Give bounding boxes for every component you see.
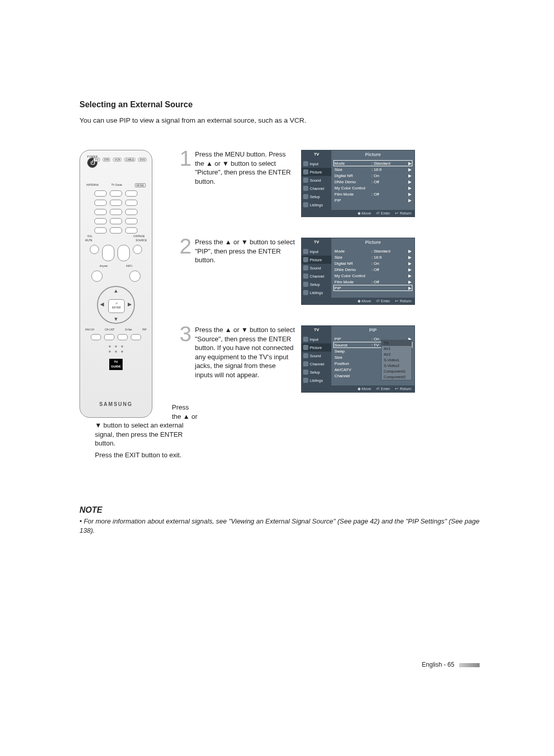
dot — [121, 345, 123, 347]
osd-sidebar: InputPictureSoundChannelSetupListings — [302, 334, 331, 385]
osd: TVPictureInputPictureSoundChannelSetupLi… — [301, 150, 415, 217]
osd-screenshot: TVPictureInputPictureSoundChannelSetupLi… — [301, 150, 415, 217]
osd-footer: ◆ Move⏎ Enter↩ Return — [302, 385, 414, 392]
dot — [109, 345, 111, 347]
osd-row: DNIe DemoOff▶ — [333, 179, 412, 185]
steps: 1Press the MENU button. Press the ▲ or ▼… — [180, 150, 480, 393]
num-7 — [94, 218, 107, 224]
exit-button — [129, 270, 141, 282]
step: 1Press the MENU button. Press the ▲ or ▼… — [180, 150, 480, 217]
chpage-label: CH/PAGE — [133, 235, 145, 238]
osd-main: ModeStandard▶Size16:9▶Digital NROn▶DNIe … — [331, 159, 414, 210]
osd-row-key: Film Mode — [334, 280, 371, 284]
dropdown-option: AV2 — [382, 352, 411, 357]
menu-icon — [303, 249, 308, 254]
osd-row-key: Film Mode — [334, 192, 371, 197]
osd-side-item: Picture — [302, 168, 331, 176]
dropdown-option: AV1 — [382, 346, 411, 352]
osd-row: ModeStandard▶ — [333, 160, 412, 166]
osd-side-label: Listings — [310, 203, 323, 207]
mode-button — [125, 190, 137, 197]
label-vcr: VCR — [113, 158, 122, 162]
menu-icon — [303, 361, 308, 366]
osd-side-label: Setup — [310, 282, 320, 287]
tvguide-button — [110, 190, 122, 197]
osd-tv-label: TV — [302, 238, 331, 246]
osd-side-item: Setup — [302, 368, 331, 376]
page-number-text: English - 65 — [422, 661, 454, 668]
osd-row-key: Position — [334, 361, 371, 366]
osd-side-label: Setup — [310, 195, 320, 199]
osd-footer-hint: ◆ Move — [358, 211, 371, 216]
osd: TVPictureInputPictureSoundChannelSetupLi… — [301, 238, 415, 305]
page-number-bar — [459, 663, 480, 667]
osd-footer-hint: ◆ Move — [358, 386, 371, 391]
osd-side-label: Picture — [310, 345, 322, 350]
osd-side-item: Picture — [302, 343, 331, 352]
chevron-right-icon: ▶ — [408, 274, 411, 278]
menu-icon — [303, 161, 308, 166]
osd-side-item: Input — [302, 160, 331, 168]
extra-instruction-2: Press the EXIT button to exit. — [95, 451, 197, 460]
osd-row-key: Mode — [334, 161, 371, 166]
osd-side-label: Setup — [310, 370, 320, 375]
menu-icon — [303, 370, 308, 375]
dnet-label: D-Net — [125, 328, 132, 331]
osd-row-key: Digital NR — [334, 173, 371, 178]
num-1 — [94, 200, 107, 206]
dropdown-option: Component1 — [382, 369, 411, 374]
dnet-button — [117, 334, 128, 340]
osd-row: Size16:9▶ — [333, 166, 412, 172]
step-number: 2 — [180, 238, 195, 255]
osd-side-label: Listings — [310, 378, 323, 383]
label-tv: TV — [93, 158, 100, 162]
osd-row-key: Size — [334, 255, 371, 260]
down-arrow-icon: ▼ — [113, 316, 118, 322]
up-arrow-icon: ▲ — [113, 288, 118, 294]
step-text: Press the ▲ or ▼ button to select "Sourc… — [195, 325, 295, 379]
enter-button: ⏎ENTER — [108, 299, 125, 313]
osd-row: Film ModeOff▶ — [333, 191, 412, 197]
osd-side-label: Picture — [310, 170, 322, 175]
mute-label: MUTE — [85, 239, 92, 242]
step: 2Press the ▲ or ▼ button to select "PIP"… — [180, 238, 480, 305]
osd-row-key: PIP — [334, 337, 371, 341]
num-5 — [110, 209, 122, 215]
osd-row-value: Off — [371, 280, 408, 284]
favch-button — [91, 334, 101, 340]
num-2 — [110, 200, 122, 206]
step: 3Press the ▲ or ▼ button to select "Sour… — [180, 325, 480, 393]
osd-side-item: Listings — [302, 288, 331, 297]
osd-row-value: On — [371, 173, 408, 178]
osd-row: Digital NROn▶ — [333, 260, 412, 266]
osd-row: PIP▶ — [333, 197, 412, 203]
device-labels: TV STB VCR CABLE DVD — [93, 158, 147, 162]
osd-footer-hint: ↩ Return — [395, 299, 411, 303]
chlist-label: CH LIST — [105, 328, 114, 331]
osd-row-value: Off — [371, 267, 408, 272]
label-cable: CABLE — [124, 158, 135, 162]
info-label: INFO — [126, 264, 132, 267]
menu-icon — [303, 169, 308, 175]
osd-sidebar: InputPictureSoundChannelSetupListings — [302, 159, 331, 210]
osd-side-label: Channel — [310, 186, 324, 191]
osd-side-item: Sound — [302, 352, 331, 360]
osd-tv-label: TV — [302, 326, 331, 334]
step-text: Press the MENU button. Press the ▲ or ▼ … — [195, 150, 295, 186]
osd-side-label: Input — [310, 249, 319, 254]
osd-side-item: Picture — [302, 256, 331, 264]
osd-row-key: Channel — [334, 374, 371, 378]
step-number: 3 — [180, 325, 195, 343]
osd-row-value: 16:9 — [371, 167, 408, 172]
menu-icon — [303, 186, 308, 191]
pip-button — [131, 334, 141, 340]
vol-rocker — [102, 245, 114, 261]
osd-side-item: Listings — [302, 376, 331, 384]
osd-side-label: Channel — [310, 274, 324, 279]
osd-footer: ◆ Move⏎ Enter↩ Return — [302, 210, 414, 217]
chevron-right-icon: ▶ — [408, 280, 411, 284]
osd-row-value: Standard — [371, 161, 408, 166]
chevron-right-icon: ▶ — [408, 161, 411, 166]
osd-row: My Color Control▶ — [333, 273, 412, 279]
osd-side-label: Input — [310, 337, 319, 342]
